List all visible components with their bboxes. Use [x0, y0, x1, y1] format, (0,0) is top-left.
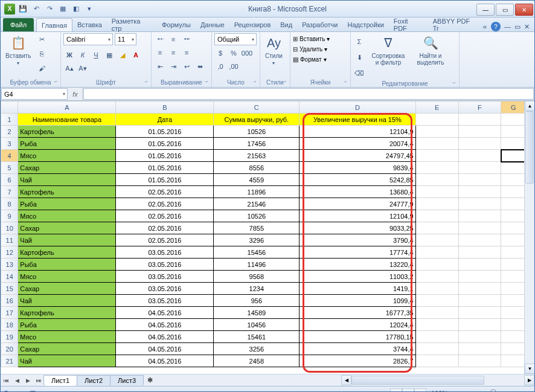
cell[interactable] — [415, 295, 458, 307]
cell[interactable] — [415, 307, 458, 319]
cell[interactable]: Чай — [18, 295, 116, 307]
grid-table[interactable]: ABCDEFG1Наименование товараДатаСумма выр… — [1, 101, 524, 367]
cell[interactable]: 17456 — [214, 138, 300, 150]
cell[interactable] — [458, 210, 501, 222]
cell[interactable]: 02.05.2016 — [116, 210, 214, 222]
page-break-view-icon[interactable]: ▤ — [414, 388, 426, 393]
scroll-down-icon[interactable]: ▼ — [525, 364, 535, 374]
col-header-E[interactable]: E — [415, 101, 458, 114]
row-header-9[interactable]: 9 — [1, 210, 18, 222]
cell[interactable]: 04.05.2016 — [116, 331, 214, 343]
align-middle-icon[interactable]: ≡ — [167, 33, 179, 45]
cell[interactable]: Чай — [18, 355, 116, 367]
sheet-prev-icon[interactable]: ◀ — [11, 378, 22, 384]
cell[interactable] — [458, 343, 501, 355]
cell[interactable]: 8556 — [214, 162, 300, 174]
cell[interactable]: 2458 — [214, 355, 300, 367]
insert-cells-button[interactable]: ⊞Вставить ▾ — [293, 36, 330, 42]
cell[interactable]: 24797,45 — [300, 150, 415, 162]
cell[interactable] — [458, 234, 501, 246]
cell[interactable] — [458, 222, 501, 234]
cell[interactable]: 1234 — [214, 283, 300, 295]
cell[interactable] — [415, 246, 458, 259]
cell[interactable] — [501, 162, 524, 174]
cell[interactable] — [415, 271, 458, 283]
col-header-D[interactable]: D — [300, 101, 415, 114]
cell[interactable]: 01.05.2016 — [116, 162, 214, 174]
row-header-20[interactable]: 20 — [1, 343, 18, 355]
cell[interactable] — [415, 283, 458, 295]
sheet-next-icon[interactable]: ▶ — [22, 378, 33, 384]
cell[interactable]: 03.05.2016 — [116, 283, 214, 295]
cell[interactable]: 12024,4 — [300, 319, 415, 331]
cell[interactable]: Картофель — [18, 307, 116, 319]
sheet-tab-Лист1[interactable]: Лист1 — [43, 375, 77, 386]
cell[interactable]: Мясо — [18, 150, 116, 162]
zoom-in-icon[interactable]: + — [527, 390, 531, 393]
macro-record-icon[interactable]: ▦ — [30, 389, 36, 392]
row-header-14[interactable]: 14 — [1, 271, 18, 283]
format-painter-icon[interactable]: 🖌 — [36, 62, 48, 74]
percent-icon[interactable]: % — [228, 47, 240, 59]
cell[interactable]: Мясо — [18, 331, 116, 343]
row-header-8[interactable]: 8 — [1, 198, 18, 210]
tab-рецензиров[interactable]: Рецензиров — [229, 18, 276, 31]
cell[interactable]: 02.05.2016 — [116, 186, 214, 198]
cell[interactable]: 04.05.2016 — [116, 319, 214, 331]
styles-button[interactable]: Ay Стили ▾ — [263, 33, 285, 67]
merge-icon[interactable]: ⬌ — [194, 60, 206, 72]
cell[interactable] — [501, 198, 524, 210]
cell[interactable] — [501, 150, 524, 162]
doc-close-icon[interactable]: ✕ — [524, 23, 530, 31]
doc-restore-icon[interactable]: ▭ — [514, 23, 521, 31]
help-icon[interactable]: ? — [491, 22, 501, 31]
tab-разработчи[interactable]: Разработчи — [297, 18, 342, 31]
cell[interactable] — [501, 234, 524, 246]
row-header-13[interactable]: 13 — [1, 259, 18, 271]
cell[interactable] — [501, 307, 524, 319]
name-box[interactable]: G4 — [1, 88, 68, 100]
close-button[interactable]: ✕ — [515, 4, 533, 16]
underline-button[interactable]: Ч — [90, 49, 102, 61]
col-header-A[interactable]: A — [18, 101, 116, 114]
cell[interactable]: 04.05.2016 — [116, 343, 214, 355]
row-header-18[interactable]: 18 — [1, 319, 18, 331]
undo-icon[interactable]: ↶ — [31, 4, 42, 14]
cell[interactable] — [458, 331, 501, 343]
cell[interactable]: Наименование товара — [18, 114, 116, 126]
cell[interactable]: Чай — [18, 174, 116, 186]
col-header-C[interactable]: C — [214, 101, 300, 114]
bold-button[interactable]: Ж — [63, 49, 75, 61]
sheet-first-icon[interactable]: ⏮ — [1, 378, 11, 384]
fill-icon[interactable]: ⬇ — [353, 51, 365, 63]
cell[interactable]: 17780,15 — [300, 331, 415, 343]
row-header-1[interactable]: 1 — [1, 114, 18, 126]
cell[interactable]: 15461 — [214, 331, 300, 343]
fx-icon[interactable]: fx — [68, 88, 83, 100]
col-header-F[interactable]: F — [458, 101, 501, 114]
tab-вставка[interactable]: Вставка — [72, 18, 107, 31]
row-header-19[interactable]: 19 — [1, 331, 18, 343]
cell[interactable]: 16777,35 — [300, 307, 415, 319]
cell[interactable] — [501, 174, 524, 186]
cell[interactable] — [458, 271, 501, 283]
cell[interactable]: Сумма выручки, руб. — [214, 114, 300, 126]
cell[interactable]: 11896 — [214, 186, 300, 198]
align-center-icon[interactable]: ≡ — [167, 47, 179, 59]
cell[interactable] — [415, 210, 458, 222]
sheet-tab-Лист3[interactable]: Лист3 — [110, 375, 144, 386]
cell[interactable]: 04.05.2016 — [116, 307, 214, 319]
zoom-slider-knob[interactable] — [491, 390, 496, 393]
wrap-text-icon[interactable]: ↩ — [181, 60, 193, 72]
cell[interactable]: Рыба — [18, 198, 116, 210]
cell[interactable]: 4559 — [214, 174, 300, 186]
row-header-6[interactable]: 6 — [1, 174, 18, 186]
cut-icon[interactable]: ✂ — [36, 33, 48, 45]
tab-разметка стр[interactable]: Разметка стр — [107, 18, 157, 31]
copy-icon[interactable]: ⎘ — [36, 48, 48, 60]
row-header-16[interactable]: 16 — [1, 295, 18, 307]
cell[interactable] — [458, 198, 501, 210]
cell[interactable] — [415, 331, 458, 343]
cell[interactable] — [415, 355, 458, 367]
cell[interactable]: 03.05.2016 — [116, 295, 214, 307]
